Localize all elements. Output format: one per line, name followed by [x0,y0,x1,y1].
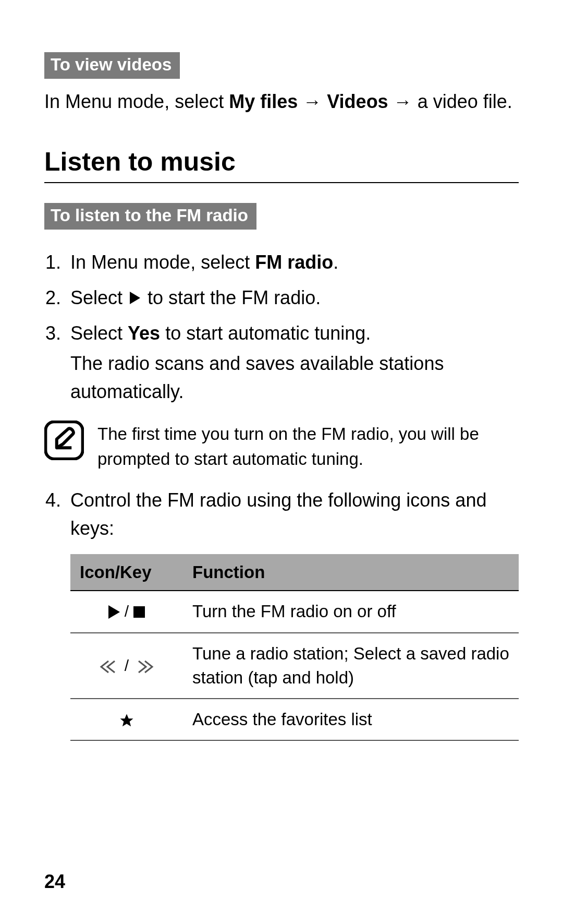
play-icon [130,292,140,304]
fn-text: Access the favorites list [183,699,519,740]
table-row: Access the favorites list [70,699,519,740]
stop-icon [133,606,145,618]
text: In Menu mode, select [70,251,255,273]
slash: / [125,603,133,620]
table-row: / Turn the FM radio on or off [70,591,519,632]
arrow: → [298,91,327,112]
text: Select [70,322,128,344]
rewind-icon [99,657,124,674]
step-4: Control the FM radio using the following… [66,486,519,741]
forward-icon [133,657,154,674]
icon-rewind-forward: / [70,633,183,699]
heading-listen-to-music: Listen to music [44,147,519,183]
text: In Menu mode, select [44,91,229,112]
text: to start automatic tuning. [160,322,371,344]
table-header-row: Icon/Key Function [70,554,519,591]
page-number: 24 [44,871,65,893]
icon-play-stop: / [70,591,183,632]
fn-text: Turn the FM radio on or off [183,591,519,632]
step-3: Select Yes to start automatic tuning. Th… [66,319,519,406]
bold-fm-radio: FM radio [255,251,333,273]
note-text: The first time you turn on the FM radio,… [97,421,519,472]
bold-videos: Videos [327,91,388,112]
fm-radio-steps: In Menu mode, select FM radio. Select to… [44,248,519,406]
slash: / [125,657,133,674]
text: Control the FM radio using the following… [70,489,486,539]
step-2: Select to start the FM radio. [66,284,519,312]
subheading-view-videos: To view videos [44,52,180,79]
step-1: In Menu mode, select FM radio. [66,248,519,277]
note-icon [44,421,84,460]
subheading-fm-radio: To listen to the FM radio [44,203,256,230]
view-videos-paragraph: In Menu mode, select My files → Videos →… [44,88,519,115]
play-icon [108,605,120,619]
star-icon [119,711,134,728]
step-3-sub: The radio scans and saves available stat… [70,350,519,406]
svg-rect-0 [45,422,82,459]
manual-page: To view videos In Menu mode, select My f… [0,0,563,924]
text: Select [70,287,128,308]
text: to start the FM radio. [142,287,321,308]
col-icon-key: Icon/Key [70,554,183,591]
col-function: Function [183,554,519,591]
arrow: → [388,91,418,112]
icon-function-table: Icon/Key Function / Turn the FM radio on… [70,554,519,741]
fn-text: Tune a radio station; Select a saved rad… [183,633,519,699]
bold-my-files: My files [229,91,298,112]
note-block: The first time you turn on the FM radio,… [44,421,519,472]
text: a video file. [418,91,512,112]
fm-radio-steps-cont: Control the FM radio using the following… [44,486,519,741]
icon-star [70,699,183,740]
table-row: / Tune a radio station; Select a saved r… [70,633,519,699]
bold-yes: Yes [128,322,160,344]
text: . [333,251,338,273]
